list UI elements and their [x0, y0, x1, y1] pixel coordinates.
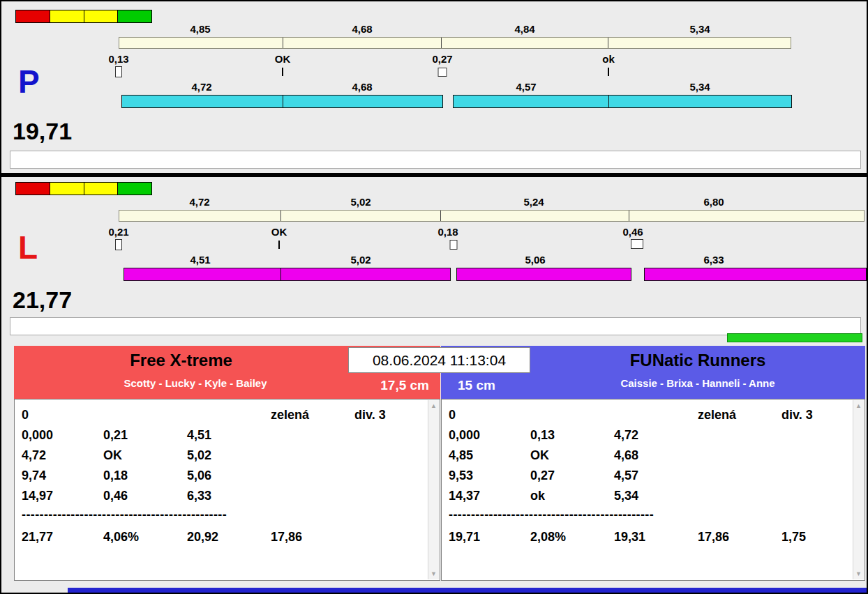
traffic-cell-yellow-2 [84, 182, 119, 195]
up-split-segment [629, 211, 864, 221]
sensor-box-marker [450, 240, 458, 250]
traffic-cell-yellow-2 [84, 10, 119, 23]
team-name: Free X-treme [14, 351, 348, 370]
sensor-box-marker [631, 239, 643, 249]
net-split-time: 4,51 [190, 254, 210, 266]
net-split-time: 4,68 [352, 81, 372, 93]
up-split-bar [119, 37, 791, 49]
up-split-time: 4,84 [514, 23, 534, 35]
up-split-segment [119, 38, 283, 48]
start-mark-label: 0,21 [108, 226, 128, 238]
start-mark-label: 0,18 [437, 226, 458, 238]
traffic-cell-red [15, 182, 50, 195]
datetime-display: 08.06.2024 11:13:04 [348, 347, 530, 373]
result-row: 9,74 0,18 5,06 [15, 469, 440, 485]
start-mark-label: 0,13 [108, 53, 128, 65]
scrollbar[interactable]: ▲ ▼ [853, 400, 864, 579]
sensor-tick-marker [282, 68, 283, 76]
net-split-segment [456, 268, 631, 281]
lane-total-time: 19,71 [13, 119, 72, 143]
traffic-cell-red [15, 10, 50, 23]
traffic-cell-green [117, 10, 152, 23]
start-mark-label: 0,27 [432, 53, 452, 65]
start-mark-label: 0,46 [622, 226, 643, 238]
sensor-box-marker [438, 68, 447, 77]
result-row: 9,53 0,27 4,57 [442, 469, 865, 485]
jump-height-right: 15 cm [458, 378, 495, 393]
totals-row: 19,71 2,08% 19,31 17,86 1,75 [442, 530, 865, 547]
up-split-time: 6,80 [703, 196, 724, 208]
start-mark-label: ok [602, 53, 615, 65]
team-name: FUNatic Runners [530, 351, 865, 370]
result-panel-right[interactable]: 0 zelená div. 3 0,000 0,13 4,72 4,85 OK … [441, 399, 865, 581]
traffic-cell-yellow-1 [50, 10, 84, 23]
up-split-segment [283, 38, 442, 48]
start-mark-label: OK [271, 226, 287, 238]
traffic-cell-yellow-1 [50, 182, 84, 195]
up-split-segment [608, 38, 791, 48]
net-split-segment [280, 268, 451, 281]
sensor-tick-marker [608, 68, 609, 76]
result-row: 14,97 0,46 6,33 [15, 489, 440, 505]
taskbar-fragment [68, 588, 867, 593]
result-row: 4,72 OK 5,02 [15, 448, 440, 465]
net-split-segment [283, 95, 443, 108]
team-dog-names: Scotty - Lucky - Kyle - Bailey [14, 377, 377, 389]
up-split-segment [281, 211, 442, 221]
result-row: 0,000 0,13 4,72 [442, 428, 865, 445]
net-split-time: 5,34 [689, 81, 710, 93]
scrollbar[interactable]: ▲ ▼ [428, 400, 439, 579]
up-split-time: 4,68 [352, 23, 372, 35]
up-split-time: 5,24 [523, 196, 544, 208]
net-split-segment [124, 268, 281, 281]
totals-row: 21,77 4,06% 20,92 17,86 [15, 530, 440, 547]
separator-row: ----------------------------------------… [442, 508, 865, 524]
up-split-time: 4,85 [190, 23, 210, 35]
net-split-segment [453, 95, 609, 108]
up-split-segment [442, 38, 608, 48]
flyball-timing-window: 4,85 4,68 4,84 5,34 0,13 OK 0,27 ok 4,72… [0, 0, 868, 594]
result-row: 0 zelená div. 3 [15, 408, 440, 425]
result-row: 0 zelená div. 3 [442, 408, 865, 425]
team-dog-names: Caissie - Brixa - Hanneli - Anne [530, 377, 865, 389]
start-mark-label: OK [275, 53, 291, 65]
sensor-box-marker [115, 239, 122, 250]
lane-total-time: 21,77 [13, 288, 72, 312]
scroll-up-icon[interactable]: ▲ [428, 402, 439, 409]
net-split-time: 6,33 [703, 254, 724, 266]
up-split-time: 4,72 [189, 196, 209, 208]
up-split-segment [441, 211, 629, 221]
scroll-down-icon[interactable]: ▼ [428, 570, 439, 577]
net-split-time: 5,02 [350, 254, 371, 266]
net-split-time: 4,57 [516, 81, 536, 93]
sensor-tick-marker [278, 241, 280, 249]
up-split-segment [119, 211, 281, 221]
traffic-cell-green [117, 182, 152, 195]
traffic-light-bar [15, 10, 152, 23]
up-split-time: 5,34 [689, 23, 710, 35]
scroll-up-icon[interactable]: ▲ [853, 402, 864, 409]
up-split-bar [119, 210, 865, 222]
message-strip [10, 151, 861, 169]
result-row: 0,000 0,21 4,51 [15, 428, 440, 445]
scroll-down-icon[interactable]: ▼ [853, 570, 864, 577]
traffic-light-bar [15, 182, 152, 195]
result-row: 14,37 ok 5,34 [442, 489, 865, 505]
net-split-time: 4,72 [191, 81, 211, 93]
ready-indicator-bar [727, 333, 862, 342]
net-split-segment [644, 268, 867, 281]
net-split-segment [608, 95, 792, 108]
net-split-time: 5,06 [525, 254, 545, 266]
section-divider [1, 173, 867, 177]
up-split-time: 5,02 [350, 196, 371, 208]
result-row: 4,85 OK 4,68 [442, 448, 865, 465]
lane-letter: P [18, 66, 40, 98]
lane-letter: L [18, 231, 38, 264]
net-split-segment [121, 95, 283, 108]
result-panel-left[interactable]: 0 zelená div. 3 0,000 0,21 4,51 4,72 OK … [14, 399, 440, 581]
separator-row: ----------------------------------------… [15, 508, 440, 524]
sensor-box-marker [115, 66, 122, 77]
jump-height-left: 17,5 cm [348, 378, 429, 393]
